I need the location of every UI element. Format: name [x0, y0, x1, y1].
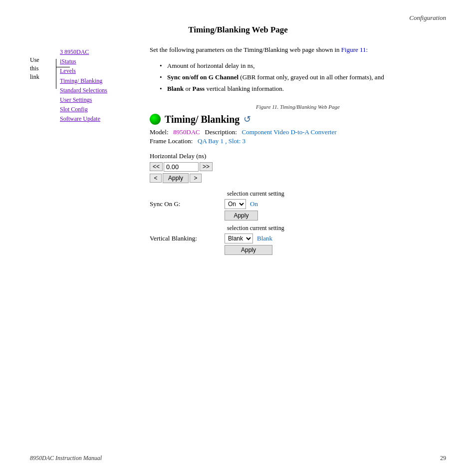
model-value-link[interactable]: 8950DAC	[173, 128, 202, 136]
bullet-list: Amount of horizontal delay in ns, Sync o…	[150, 60, 446, 95]
panel-title: Timing/ Blanking	[165, 114, 239, 125]
dec-large-button[interactable]: <<	[150, 162, 163, 171]
frame-value-link[interactable]: QA Bay 1 , Slot: 3	[198, 137, 245, 145]
sidebar-item-software-update[interactable]: Software Update	[60, 114, 140, 124]
inc-large-button[interactable]: >>	[200, 162, 213, 171]
sidebar-item-user-settings[interactable]: User Settings	[60, 95, 140, 105]
footer-manual-name: 8950DAC Instruction Manual	[30, 455, 102, 462]
sidebar-item-timing-blanking[interactable]: Timing/ Blanking	[60, 76, 140, 86]
vblank-name: Vertical Blanking:	[150, 234, 225, 242]
sync-on-g-section: selection current setting Sync On G: On …	[150, 190, 446, 221]
delay-label: Horizontal Delay (ns)	[150, 152, 446, 160]
vblank-inline-controls: Blank Pass Blank	[225, 234, 272, 243]
header-config-label: Configuration	[409, 14, 446, 22]
sync-name: Sync On G:	[150, 199, 225, 208]
delay-input[interactable]	[164, 162, 199, 172]
sync-setting-row: Sync On G: On Off On Apply	[150, 199, 446, 221]
panel-header: Timing/ Blanking ↺	[150, 114, 446, 125]
description-value-link[interactable]: Component Video D-to-A Converter	[242, 128, 337, 136]
delay-row-bottom: < Apply >	[150, 173, 446, 183]
web-panel: Timing/ Blanking ↺ Model: 8950DAC Descri…	[150, 114, 446, 255]
vblank-setting-row: Vertical Blanking: Blank Pass Blank Appl…	[150, 234, 446, 255]
intro-text: Set the following parameters on the Timi…	[150, 45, 446, 55]
vblank-controls: Blank Pass Blank Apply	[225, 234, 272, 255]
sidebar: Use this link 3 8950DAC iStatus Levels T…	[30, 45, 140, 259]
sidebar-nav: 3 8950DAC iStatus Levels Timing/ Blankin…	[60, 47, 140, 124]
main-content-area: Set the following parameters on the Timi…	[140, 45, 446, 259]
bullet-1: Amount of horizontal delay in ns,	[160, 60, 446, 71]
figure-ref-link[interactable]: Figure 11:	[341, 46, 368, 53]
page-footer: 8950DAC Instruction Manual 29	[30, 455, 446, 462]
inc-small-button[interactable]: >	[190, 174, 202, 183]
frame-line: Frame Location: QA Bay 1 , Slot: 3	[150, 137, 446, 145]
bullet-2: Sync on/off on G Channel (GBR format onl…	[160, 71, 446, 83]
model-line: Model: 8950DAC Description: Component Vi…	[150, 128, 446, 136]
sidebar-item-standard-selections[interactable]: Standard Selections	[60, 86, 140, 95]
figure-caption: Figure 11. Timing/Blanking Web Page	[150, 104, 446, 110]
sync-current-value: On	[250, 200, 258, 208]
sidebar-use-label: Use this link	[30, 56, 39, 81]
page-title: Timing/Blanking Web Page	[30, 25, 446, 35]
status-indicator	[150, 114, 161, 125]
bullet-3: Blank or Pass vertical blanking informat…	[160, 83, 446, 94]
footer-page-number: 29	[440, 455, 446, 462]
delay-apply-button[interactable]: Apply	[163, 173, 189, 183]
vblank-select[interactable]: Blank Pass	[225, 234, 253, 243]
sync-selection-label: selection current setting	[227, 190, 446, 198]
vblank-current-value: Blank	[257, 235, 272, 242]
vblank-selection-label: selection current setting	[227, 225, 446, 232]
sidebar-item-levels[interactable]: Levels	[60, 66, 140, 76]
horizontal-delay-section: Horizontal Delay (ns) << >> < Apply >	[150, 152, 446, 183]
sidebar-item-slot-config[interactable]: Slot Config	[60, 105, 140, 114]
sync-inline-controls: On Off On	[225, 199, 258, 209]
vertical-blanking-section: selection current setting Vertical Blank…	[150, 225, 446, 255]
refresh-icon[interactable]: ↺	[243, 114, 251, 125]
dec-small-button[interactable]: <	[150, 174, 162, 183]
vblank-apply-button[interactable]: Apply	[225, 245, 272, 255]
sync-controls: On Off On Apply	[225, 199, 258, 221]
sync-apply-button[interactable]: Apply	[225, 211, 258, 221]
sidebar-item-8950dac[interactable]: 3 8950DAC	[60, 47, 140, 57]
sync-select[interactable]: On Off	[225, 199, 246, 209]
delay-row-top: << >>	[150, 162, 446, 172]
delay-controls: << >> < Apply >	[150, 162, 446, 183]
sidebar-item-istatus[interactable]: iStatus	[60, 57, 140, 66]
